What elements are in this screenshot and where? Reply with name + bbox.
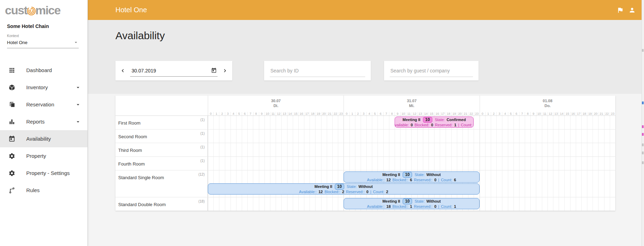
room-count-badge: (1)	[200, 118, 205, 122]
room-count-badge: (1)	[200, 159, 205, 163]
sidebar-item-reservation[interactable]: Reservation	[0, 96, 87, 113]
room-name: Standard Double Room	[118, 202, 166, 207]
gear-icon	[8, 153, 17, 160]
hour-label: 2	[355, 112, 361, 115]
hour-label: 8	[525, 112, 530, 115]
scrollbar-mark	[642, 161, 644, 164]
hour-label: 6	[514, 112, 519, 115]
availability-event[interactable]: Meeting II10State:WithoutAvailable::12Bl…	[344, 171, 479, 183]
day-label: 01.08Do.	[480, 96, 615, 108]
event-title: Meeting II	[382, 199, 400, 204]
event-stats-line: Available:0Blocked:0Reserved:1|Count:1	[395, 123, 474, 127]
hour-label: 17	[440, 112, 446, 115]
event-title: Meeting II	[314, 184, 332, 189]
hour-label: 18	[310, 112, 315, 115]
sidebar-item-availability[interactable]: Availability	[0, 130, 87, 147]
hour-label: 20	[321, 112, 327, 115]
scrollbar-mark	[642, 133, 644, 136]
scrollbar-mark	[642, 49, 644, 52]
sidebar-item-inventory[interactable]: Inventory	[0, 79, 87, 96]
hour-label: 8	[253, 112, 259, 115]
timeline-lane-area: Meeting II10State:WithoutAvailable::12Bl…	[208, 170, 615, 197]
hour-label: 4	[366, 112, 372, 115]
sidebar-item-label: Reservation	[26, 101, 75, 107]
hour-label: 13	[417, 112, 423, 115]
chevron-down-icon[interactable]	[75, 119, 81, 125]
hour-strip: 01234567891011121314151617181920212223	[480, 111, 615, 115]
calendar-icon[interactable]	[211, 68, 217, 73]
chain-name: Some Hotel Chain	[0, 20, 87, 29]
availability-event[interactable]: Meeting II10State:WithoutAvailable::18Bl…	[344, 198, 479, 209]
sidebar-item-property[interactable]: Property	[0, 147, 87, 164]
room-name: Third Room	[118, 148, 142, 153]
hour-label: 6	[242, 112, 247, 115]
scrollbar[interactable]	[642, 0, 644, 246]
date-input[interactable]	[130, 68, 211, 73]
sidebar-item-label: Property	[26, 153, 87, 159]
sidebar-item-reports[interactable]: Reports	[0, 113, 87, 130]
hour-label: 17	[576, 112, 581, 115]
event-state: Without	[426, 199, 441, 204]
hour-label: 18	[581, 112, 587, 115]
room-column-header	[115, 96, 208, 115]
event-state: Confirmed	[447, 118, 466, 122]
sidebar-item-dashboard[interactable]: Dashboard	[0, 62, 87, 79]
logo-text-post: mice	[35, 4, 61, 16]
context-select[interactable]: Kontext Hotel One	[0, 29, 87, 48]
search-id-input[interactable]	[270, 64, 365, 77]
hour-label: 20	[457, 112, 462, 115]
search-id-card	[264, 61, 371, 80]
sidebar-item-rules[interactable]: Rules	[0, 182, 87, 199]
hour-label: 4	[502, 112, 508, 115]
person-icon[interactable]	[629, 7, 636, 14]
event-title-line: Meeting II10State:Without	[314, 184, 373, 190]
room-name-cell: Third Room(1)	[115, 143, 208, 156]
hour-label: 9	[395, 112, 400, 115]
room-name-cell: First Room(1)	[115, 116, 208, 129]
table-row: Fourth Room(1)	[115, 157, 615, 170]
sidebar-item-property-settings[interactable]: Property - Settings	[0, 164, 87, 182]
day-column-header: 30.07Di.01234567891011121314151617181920…	[208, 96, 344, 115]
room-name-cell: Standard Single Room(12)	[115, 170, 208, 197]
timeline-lane-area: Meeting II10State:ConfirmedAvailable:0Bl…	[208, 116, 615, 129]
hour-label: 6	[377, 112, 383, 115]
chevron-down-icon[interactable]	[75, 84, 81, 91]
cube-icon	[8, 84, 17, 91]
search-guest-input[interactable]	[390, 64, 473, 77]
main-content: Availability	[87, 20, 644, 246]
hour-label: 12	[276, 112, 281, 115]
hour-label: 16	[298, 112, 304, 115]
prev-day-button[interactable]	[120, 68, 126, 74]
topbar-title: Hotel One	[115, 6, 147, 14]
room-count-badge: (1)	[200, 145, 205, 149]
timeline-lane-area	[208, 143, 615, 156]
page-title: Availability	[115, 30, 165, 42]
next-day-button[interactable]	[222, 68, 228, 74]
room-name: Fourth Room	[118, 161, 145, 167]
scrollbar-mark	[642, 101, 644, 104]
chevron-down-icon[interactable]	[73, 40, 79, 45]
hour-label: 19	[587, 112, 593, 115]
hour-label: 12	[412, 112, 417, 115]
hour-label: 15	[293, 112, 298, 115]
hour-label: 7	[519, 112, 525, 115]
date-picker	[115, 61, 232, 80]
header-band: Availability	[87, 20, 644, 94]
room-name: First Room	[118, 120, 141, 126]
hour-label: 21	[327, 112, 332, 115]
event-title-line: Meeting II10State:Confirmed	[403, 117, 466, 123]
hour-label: 5	[508, 112, 514, 115]
event-stats-line: Available::12Blocked::2Reserved::0|Count…	[299, 190, 388, 194]
hour-label: 18	[446, 112, 451, 115]
hour-label: 8	[389, 112, 395, 115]
hour-label: 3	[225, 112, 231, 115]
hour-label: 22	[332, 112, 338, 115]
event-stats-line: Available::12Blocked::6Reserved::0|Count…	[367, 178, 456, 182]
availability-event[interactable]: Meeting II10State:ConfirmedAvailable:0Bl…	[395, 117, 474, 128]
sidebar-item-label: Availability	[26, 136, 87, 142]
table-row: Third Room(1)	[115, 143, 615, 157]
chevron-down-icon[interactable]	[75, 101, 81, 108]
availability-event[interactable]: Meeting II10State:WithoutAvailable::12Bl…	[208, 183, 480, 195]
hour-label: 19	[316, 112, 321, 115]
flag-icon[interactable]	[617, 7, 624, 14]
